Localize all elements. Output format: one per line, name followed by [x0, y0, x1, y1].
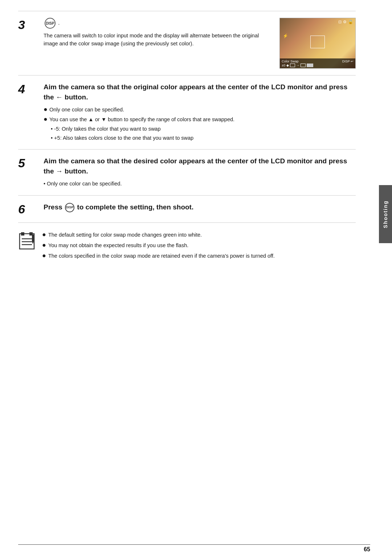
- main-content: 3 DISP . The camera will switch to color…: [18, 11, 370, 270]
- cam-icon-1: ⊡: [338, 20, 342, 24]
- cam-top-icons: ⊡ ⚙ 🔒: [338, 20, 353, 24]
- disp-icon-step3: DISP: [45, 18, 56, 29]
- svg-rect-1: [21, 232, 24, 236]
- step-4-bullet-2-text: You can use the ▲ or ▼ button to specify…: [49, 115, 234, 123]
- cam-label-color-swap: Color Swap: [282, 60, 299, 63]
- cam-sq-3: [307, 64, 313, 67]
- cam-sq-2: [301, 64, 306, 67]
- step-5-content: Aim the camera so that the desired color…: [40, 156, 356, 189]
- bullet-dot-2: ●: [44, 115, 48, 123]
- note-icon-wrap: [18, 231, 36, 250]
- cam-icon-3: 🔒: [348, 20, 353, 24]
- bullet-dot-1: ●: [44, 106, 48, 114]
- step-6-row: 6 Press DISP to complete the setting, th…: [18, 195, 356, 222]
- shooting-tab-label: Shooting: [383, 200, 388, 228]
- cam-bar-row2: ±0 ◆ →: [282, 64, 354, 67]
- camera-preview-image: ⊡ ⚙ 🔒 ⚡ Color Swap: [279, 18, 356, 69]
- step-4-content: Aim the camera so that the original colo…: [40, 82, 356, 143]
- step-5-number: 5: [18, 156, 40, 169]
- step-5-row: 5 Aim the camera so that the desired col…: [18, 149, 356, 195]
- note-bullet-2: ● You may not obtain the expected result…: [42, 241, 356, 250]
- step-6-number: 6: [18, 202, 40, 215]
- shooting-tab: Shooting: [379, 185, 392, 243]
- page: Shooting 3 DISP . The camera will switch…: [0, 11, 392, 552]
- step-4-heading: Aim the camera so that the original colo…: [44, 82, 356, 102]
- step-4-bullet-1: ● Only one color can be specified.: [44, 106, 356, 114]
- note-icon-svg: [19, 232, 35, 250]
- step-6-heading: Press DISP to complete the setting, then…: [44, 202, 356, 212]
- note-bullet-3-text: The colors specified in the color swap m…: [48, 252, 275, 260]
- cam-sq-1: [290, 64, 295, 67]
- note-content: ● The default setting for color swap mod…: [42, 231, 356, 263]
- step-5-sub-bullets: Only one color can be specified.: [44, 180, 356, 188]
- step-3-content: DISP . The camera will switch to color i…: [40, 18, 356, 69]
- page-number-line: [18, 544, 370, 545]
- cam-bar-row1: Color Swap DISP ↩: [282, 60, 354, 63]
- note-bullet-dot-3: ●: [42, 252, 46, 260]
- cam-label-disp: DISP ↩: [342, 60, 354, 63]
- disp-icon-step6: DISP: [65, 203, 74, 212]
- note-bullet-2-text: You may not obtain the expected results …: [48, 241, 188, 250]
- step-5-sub-bullet-1: Only one color can be specified.: [44, 180, 356, 188]
- note-bullet-3: ● The colors specified in the color swap…: [42, 252, 356, 260]
- step-4-bullets: ● Only one color can be specified. ● You…: [44, 106, 356, 123]
- note-bullet-1: ● The default setting for color swap mod…: [42, 231, 356, 239]
- step-3-description: The camera will switch to color input mo…: [44, 32, 272, 48]
- step-3-inner: DISP . The camera will switch to color i…: [44, 18, 356, 69]
- step-3-number: 3: [18, 18, 40, 31]
- camera-preview-overlay: ⊡ ⚙ 🔒 ⚡ Color Swap: [280, 18, 355, 68]
- step-4-number: 4: [18, 82, 40, 95]
- svg-rect-6: [32, 234, 34, 242]
- step-5-heading: Aim the camera so that the desired color…: [44, 156, 356, 176]
- step-4-sub-bullet-1: -5: Only takes the color that you want t…: [51, 125, 356, 133]
- step-4-bullet-1-text: Only one color can be specified.: [49, 106, 124, 114]
- step-3-disp-line: DISP .: [44, 18, 272, 29]
- page-number: 65: [364, 546, 370, 552]
- note-bullet-dot-2: ●: [42, 241, 46, 249]
- step-4-sub-bullet-2: +5: Also takes colors close to the one t…: [51, 134, 356, 142]
- step-4-row: 4 Aim the camera so that the original co…: [18, 75, 356, 149]
- step-6-content: Press DISP to complete the setting, then…: [40, 202, 356, 216]
- step-4-sub-bullets: -5: Only takes the color that you want t…: [51, 125, 356, 142]
- cam-bottom-bar: Color Swap DISP ↩ ±0 ◆ →: [280, 58, 355, 68]
- note-bullet-dot-1: ●: [42, 231, 46, 239]
- note-bullet-1-text: The default setting for color swap mode …: [48, 231, 202, 239]
- cam-icon-left: ⚡: [283, 33, 288, 38]
- step-3-row: 3 DISP . The camera will switch to color…: [18, 11, 356, 75]
- step-3-text-area: DISP . The camera will switch to color i…: [44, 18, 272, 48]
- cam-center-focus-box: [310, 36, 325, 48]
- note-section: ● The default setting for color swap mod…: [18, 222, 356, 271]
- step-4-bullet-2: ● You can use the ▲ or ▼ button to speci…: [44, 115, 356, 123]
- cam-icon-2: ⚙: [343, 20, 347, 24]
